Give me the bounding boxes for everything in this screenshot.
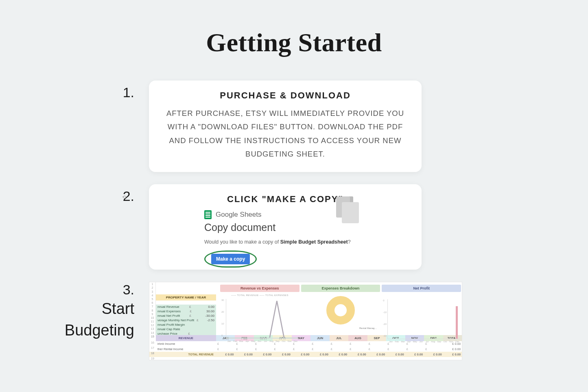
copy-question-post: ? (348, 239, 351, 245)
page-flip-icon: ⟲ (122, 194, 132, 201)
y-tick: 0 (383, 299, 384, 302)
y-tick: -20 (383, 323, 387, 325)
make-copy-highlight: Make a copy (204, 250, 257, 268)
chart-revenue-vs-expenses: Revenue vs Expenses —— TOTAL REVENUE —— … (220, 285, 299, 335)
total-revenue-row: 18TOTAL REVENUE£ 0.00£ 0.00£ 0.00£ 0.00£… (149, 352, 462, 357)
chart-expenses-breakdown: Expenses Breakdown Rental Manag… (301, 285, 380, 335)
y-tick: -10 (383, 311, 387, 314)
chart-1-title: Revenue vs Expenses (220, 285, 299, 292)
col-aug: AUG (348, 335, 367, 341)
property-summary: PROPERTY NAME / YEAR nnual Revenue£0.00n… (156, 282, 216, 335)
donut-label: Rental Manag… (301, 327, 380, 329)
google-sheets-icon (204, 210, 212, 219)
spreadsheet-preview: 1234567891011121314 PROPERTY NAME / YEAR… (149, 282, 462, 360)
step-3-number: 3. (118, 282, 134, 298)
metric-row: nnual Net Profit£-30.00 (156, 314, 216, 318)
step-1-body: AFTER PURCHASE, ETSY WILL IMMEDIATELY PR… (164, 107, 407, 161)
metric-row: nnual Revenue£0.00 (156, 305, 216, 309)
step-1-card: PURCHASE & DOWNLOAD AFTER PURCHASE, ETSY… (149, 81, 422, 172)
steps-container: 1. PURCHASE & DOWNLOAD AFTER PURCHASE, E… (0, 81, 588, 360)
metrics-table: nnual Revenue£0.00nnual Expenses£30.00nn… (156, 305, 216, 336)
y-tick: 0 (221, 334, 223, 337)
y-tick: 10 (221, 322, 224, 325)
chart-1-body: 30 20 10 0 JanFebMarAprMayJunJulAugSepOc… (226, 299, 299, 339)
step-1-number: 1. (118, 81, 134, 100)
chart-3-body: 0 -10 -20 -30 JanFebMarAprMayJunJulAugSe… (387, 299, 460, 339)
copy-question: Would you like to make a copy of Simple … (204, 239, 407, 245)
y-tick: 20 (221, 311, 224, 313)
page-title: Getting Started (0, 0, 588, 58)
chart-3-title: Net Profit (382, 285, 461, 292)
chart-1-legend: —— TOTAL REVENUE —— TOTAL EXPENSES (220, 294, 299, 296)
row-numbers: 1234567891011121314 (149, 282, 156, 335)
step-2-card: CLICK "MAKE A COPY" Google Sheets Copy d… (149, 184, 422, 270)
copy-document-title: Copy document (204, 222, 407, 233)
step-1-heading: PURCHASE & DOWNLOAD (164, 90, 407, 101)
copy-question-pre: Would you like to make a copy of (204, 239, 280, 245)
google-sheets-label: Google Sheets (204, 210, 407, 219)
blank-row: 19 (149, 357, 462, 360)
metric-row: verage Monthly Net Profit£-2.50 (156, 318, 216, 322)
gs-app-name: Google Sheets (216, 211, 261, 219)
step-1: 1. PURCHASE & DOWNLOAD AFTER PURCHASE, E… (118, 81, 422, 172)
col-jun: JUN (310, 335, 329, 341)
revenue-header: REVENUE (156, 335, 216, 341)
step-3-label-line2: Budgeting (65, 320, 134, 341)
charts-row: Revenue vs Expenses —— TOTAL REVENUE —— … (216, 282, 462, 335)
chart-3-months: JanFebMarAprMayJunJulAugSepOctNovDec (388, 340, 460, 343)
step-3: 3. Start Budgeting 1234567891011121314 P… (118, 282, 462, 360)
net-profit-bar (456, 306, 458, 339)
step-3-label-line1: Start (102, 298, 134, 319)
chart-net-profit: Net Profit 0 -10 -20 -30 JanFebMarAprMay… (382, 285, 461, 335)
metric-row: nnual Profit Margin (156, 322, 216, 327)
line-chart-icon (226, 299, 299, 338)
metric-row: nnual Expenses£30.00 (156, 309, 216, 314)
copy-question-name: Simple Budget Spreadsheet (280, 239, 348, 245)
chart-2-title: Expenses Breakdown (301, 285, 380, 292)
col-jul: JUL (330, 335, 348, 341)
y-tick: -30 (383, 335, 387, 337)
copy-files-icon (336, 196, 361, 225)
income-row: 17ther Rental Income£££££££££££££ 0.00 (149, 346, 462, 352)
donut-chart-icon (326, 296, 355, 324)
make-copy-button[interactable]: Make a copy (211, 254, 250, 264)
y-tick: 30 (221, 299, 224, 301)
step-2: 2. CLICK "MAKE A COPY" Google Sheets Cop… (118, 184, 422, 270)
chart-1-months: JanFebMarAprMayJunJulAugSepOctNovDec (226, 340, 299, 342)
property-header: PROPERTY NAME / YEAR (156, 294, 216, 301)
step-2-heading: CLICK "MAKE A COPY" (164, 194, 407, 205)
metric-row: nnual Cap Rate (156, 327, 216, 331)
